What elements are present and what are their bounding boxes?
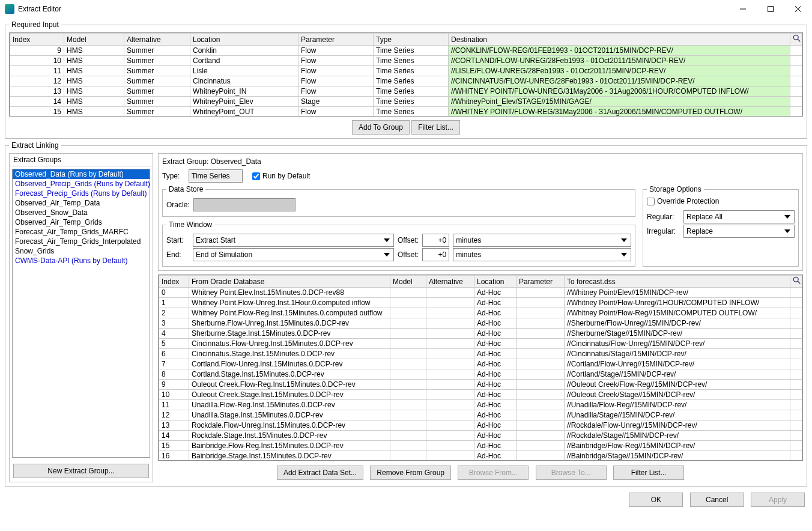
new-extract-group-button[interactable]: New Extract Group... — [13, 464, 149, 478]
top-grid-scroll[interactable]: IndexModelAlternativeLocationParameterTy… — [9, 32, 803, 117]
extract-group-item[interactable]: Forecast_Air_Temp_Grids_MARFC — [13, 227, 150, 237]
extract-group-item[interactable]: Forecast_Air_Temp_Grids_Interpolated — [13, 237, 150, 246]
svg-point-4 — [793, 35, 798, 40]
cancel-button[interactable]: Cancel — [690, 493, 744, 507]
column-header[interactable]: Index — [10, 34, 64, 46]
maximize-button[interactable] — [757, 0, 784, 18]
app-icon — [5, 4, 14, 14]
table-row[interactable]: 5Cincinnatus.Flow-Unreg.Inst.15Minutes.0… — [159, 339, 802, 349]
group-detail-box: Extract Group: Observed_Data Type: Run b… — [158, 153, 803, 271]
offset-start-field[interactable] — [422, 234, 449, 247]
table-row[interactable]: 12Unadilla.Stage.Inst.15Minutes.0.DCP-re… — [159, 410, 802, 420]
table-row[interactable]: 10HMSSummerCortlandFlowTime Series//CORT… — [10, 56, 802, 66]
extract-group-item[interactable]: Observed_Air_Temp_Data — [13, 198, 150, 208]
extract-group-item[interactable]: Observed_Snow_Data — [13, 208, 150, 217]
regular-combo[interactable]: Replace All — [683, 210, 795, 223]
filter-list-top-button[interactable]: Filter List... — [411, 120, 460, 135]
bottom-grid-scroll[interactable]: IndexFrom Oracle DatabaseModelAlternativ… — [158, 275, 803, 461]
svg-point-6 — [793, 277, 798, 282]
irregular-label: Irregular: — [647, 227, 680, 235]
top-grid[interactable]: IndexModelAlternativeLocationParameterTy… — [10, 33, 802, 117]
apply-button[interactable]: Apply — [751, 493, 805, 507]
table-row[interactable]: 6Cincinnatus.Stage.Inst.15Minutes.0.DCP-… — [159, 349, 802, 359]
titlebar: Extract Editor — [0, 0, 812, 18]
svg-line-7 — [798, 281, 800, 284]
table-row[interactable]: 3Sherburne.Flow-Unreg.Inst.15Minutes.0.D… — [159, 318, 802, 329]
extract-group-item[interactable]: Forecast_Precip_Grids (Runs by Default) — [13, 189, 150, 198]
table-row[interactable]: 8Cortland.Stage.Inst.15Minutes.0.DCP-rev… — [159, 369, 802, 380]
close-button[interactable] — [784, 0, 812, 18]
table-row[interactable]: 9HMSSummerConklinFlowTime Series//CONKLI… — [10, 46, 802, 56]
add-to-group-button[interactable]: Add To Group — [352, 120, 410, 135]
bottom-grid[interactable]: IndexFrom Oracle DatabaseModelAlternativ… — [159, 275, 802, 461]
table-row[interactable]: 14HMSSummerWhitneyPoint_ElevStageTime Se… — [10, 97, 802, 107]
svg-line-5 — [798, 39, 800, 41]
run-by-default-input[interactable] — [252, 172, 260, 180]
table-row[interactable]: 16Bainbridge.Stage.Inst.15Minutes.0.DCP-… — [159, 451, 802, 461]
column-header[interactable]: From Oracle Database — [189, 276, 390, 288]
extract-linking-panel: Extract Linking Extract Groups Observed_… — [5, 141, 807, 487]
extract-group-item[interactable]: Observed_Air_Temp_Grids — [13, 217, 150, 227]
run-by-default-checkbox[interactable]: Run by Default — [252, 172, 310, 180]
table-row[interactable]: 10Ouleout Creek.Stage.Inst.15Minutes.0.D… — [159, 390, 802, 400]
table-row[interactable]: 1Whitney Point.Flow-Unreg.Inst.1Hour.0.c… — [159, 298, 802, 308]
remove-from-group-button[interactable]: Remove From Group — [370, 466, 451, 480]
browse-from-button[interactable]: Browse From... — [458, 466, 529, 480]
column-header[interactable]: Parameter — [517, 276, 565, 288]
column-header[interactable]: Alternative — [124, 34, 190, 46]
column-header[interactable]: Index — [159, 276, 189, 288]
column-header[interactable]: Location — [474, 276, 517, 288]
table-row[interactable]: 14Rockdale.Stage.Inst.15Minutes.0.DCP-re… — [159, 431, 802, 441]
column-header[interactable]: Parameter — [298, 34, 374, 46]
table-row[interactable]: 13Rockdale.Flow-Unreg.Inst.15Minutes.0.D… — [159, 420, 802, 431]
minimize-button[interactable] — [729, 0, 757, 18]
extract-group-item[interactable]: Snow_Grids — [13, 246, 150, 256]
column-header[interactable]: Alternative — [426, 276, 474, 288]
extract-group-item[interactable]: CWMS-Data-API (Runs by Default) — [13, 256, 150, 266]
extract-group-item[interactable]: Observed_Precip_Grids (Runs by Default) — [13, 179, 150, 189]
offset-end-field[interactable] — [422, 248, 449, 261]
irregular-combo[interactable]: Replace — [683, 225, 795, 238]
add-extract-data-set-button[interactable]: Add Extract Data Set... — [277, 466, 363, 480]
type-field[interactable] — [189, 169, 243, 183]
table-row[interactable]: 2Whitney Point.Flow-Reg.Inst.15Minutes.0… — [159, 308, 802, 318]
end-label: End: — [166, 250, 189, 259]
search-icon[interactable] — [790, 34, 802, 46]
offset-end-label: Offset: — [398, 250, 419, 259]
end-combo[interactable]: End of Simulation — [193, 248, 394, 261]
table-row[interactable]: 9Ouleout Creek.Flow-Reg.Inst.15Minutes.0… — [159, 380, 802, 390]
extract-groups-list[interactable]: Observed_Data (Runs by Default)Observed_… — [12, 169, 150, 458]
table-row[interactable]: 13HMSSummerWhitneyPoint_INFlowTime Serie… — [10, 86, 802, 97]
window-title: Extract Editor — [18, 5, 729, 13]
table-row[interactable]: 15Bainbridge.Flow-Reg.Inst.15Minutes.0.D… — [159, 441, 802, 451]
table-row[interactable]: 7Cortland.Flow-Unreg.Inst.15Minutes.0.DC… — [159, 359, 802, 369]
column-header[interactable]: Location — [190, 34, 298, 46]
extract-groups-title: Extract Groups — [10, 154, 153, 166]
filter-list-bottom-button[interactable]: Filter List... — [613, 466, 684, 480]
override-protection-input[interactable] — [647, 198, 655, 205]
offset-end-unit-combo[interactable]: minutes — [453, 248, 631, 261]
override-protection-checkbox[interactable]: Override Protection — [647, 197, 795, 205]
table-row[interactable]: 11Unadilla.Flow-Reg.Inst.15Minutes.0.DCP… — [159, 400, 802, 410]
browse-to-button[interactable]: Browse To... — [536, 466, 607, 480]
extract-group-item[interactable]: Observed_Data (Runs by Default) — [13, 169, 150, 179]
extract-linking-legend: Extract Linking — [9, 141, 61, 150]
start-combo[interactable]: Extract Start — [193, 234, 394, 247]
offset-start-unit-combo[interactable]: minutes — [453, 234, 631, 247]
column-header[interactable]: To forecast.dss — [565, 276, 790, 288]
time-window-fieldset: Time Window Start: Extract Start Offset:… — [162, 220, 635, 267]
table-row[interactable]: 12HMSSummerCincinnatusFlowTime Series//C… — [10, 76, 802, 86]
data-store-fieldset: Data Store Oracle: — [162, 185, 635, 217]
table-row[interactable]: 11HMSSummerLisleFlowTime Series//LISLE/F… — [10, 66, 802, 76]
column-header[interactable]: Destination — [449, 34, 790, 46]
ok-button[interactable]: OK — [629, 493, 683, 507]
oracle-field[interactable] — [193, 198, 295, 211]
table-row[interactable]: 15HMSSummerWhitneyPoint_OUTFlowTime Seri… — [10, 107, 802, 117]
column-header[interactable]: Type — [374, 34, 449, 46]
table-row[interactable]: 4Sherburne.Stage.Inst.15Minutes.0.DCP-re… — [159, 329, 802, 339]
column-header[interactable]: Model — [390, 276, 426, 288]
start-label: Start: — [166, 236, 189, 244]
search-icon[interactable] — [790, 276, 802, 288]
column-header[interactable]: Model — [64, 34, 124, 46]
table-row[interactable]: 0Whitney Point.Elev.Inst.15Minutes.0.DCP… — [159, 288, 802, 298]
